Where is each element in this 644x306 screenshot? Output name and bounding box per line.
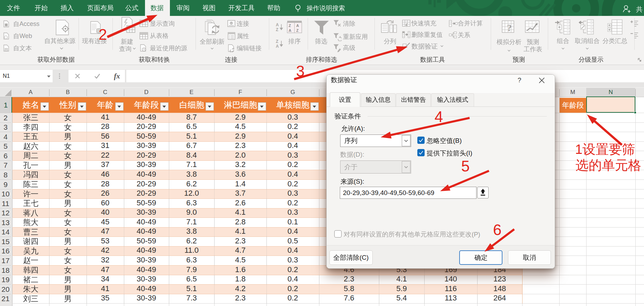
svg-text:1: 1 xyxy=(575,142,582,156)
